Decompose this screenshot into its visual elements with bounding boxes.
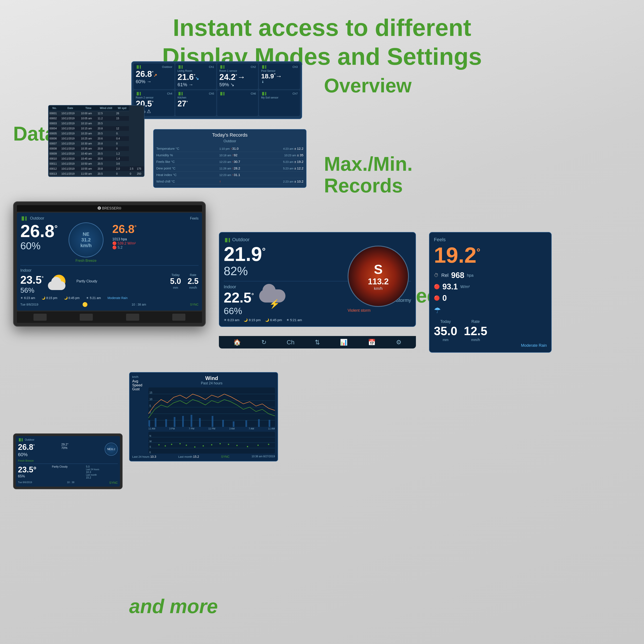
svg-text:E: E: [150, 451, 151, 454]
nav-home-icon[interactable]: 🏠: [233, 339, 241, 346]
svg-rect-17: [269, 420, 270, 427]
table-cell: 20.5: [97, 121, 115, 126]
hs-feels-temp: 26.8°: [112, 222, 199, 236]
table-cell: 11.2: [97, 116, 115, 121]
compass-direction: NE 31.2 km/h: [80, 231, 91, 248]
ov-outdoor: ▐▌▌ Outdoor 26.8°↗ 60% →: [134, 63, 174, 89]
feels-solar-row: 🔴 93.1 W/m²: [434, 282, 547, 291]
wind-time-labels: 11 AM3 PM7 PM11 PM3 AM7 AM11 AM: [148, 427, 275, 430]
hs-small-indoor: 23.5° 65% Partly Cloudy 5.0 Last 24 hour…: [18, 464, 118, 479]
hs-weather-icon: [48, 273, 70, 290]
device-btn-1[interactable]: [33, 314, 47, 321]
svg-rect-9: [182, 416, 184, 427]
nav-ch-icon[interactable]: Ch: [287, 339, 294, 346]
table-cell: 0.: [115, 131, 129, 136]
ov-ch6: ▐▌▌ Ch6: [217, 90, 258, 116]
hs-weather-desc: Partly Cloudy: [76, 279, 97, 283]
table-row: 0000510/11/201910:20 am20.50.: [49, 131, 144, 136]
table-row: 0000110/11/201910:00 am12.526: [49, 111, 144, 116]
hs-uv: 🔴 5.2: [112, 245, 199, 250]
hs-temps: 26.8° 60%: [20, 222, 60, 252]
nav-settings-icon[interactable]: ⚙: [396, 339, 401, 346]
svg-text:5: 5: [150, 404, 151, 407]
storm-wind-unit: km/h: [374, 286, 382, 291]
storm-indoor-temp: 22.5°: [224, 289, 254, 306]
storm-compass: S 113.2 km/h Violent storm: [348, 246, 409, 307]
device-btn-4[interactable]: [172, 314, 185, 321]
nav-calendar-icon[interactable]: 📅: [368, 339, 376, 346]
table-row: 0000210/11/201910:05 am11.215: [49, 116, 144, 121]
table-cell: 10:35 am: [80, 146, 97, 151]
device-screen: ▐▌▌ Outdoor Feels 26.8° 60% NE 3: [17, 213, 202, 311]
storm-direction: S: [374, 262, 383, 277]
table-cell: 10:30 am: [80, 141, 97, 146]
storm-sun-times: ☀ 6:23 am 🌙 8:15 pm 🌙 6:45 pm ☀ 5:21 am: [224, 318, 411, 322]
device-bottom-bar: [17, 311, 202, 323]
page-header: Instant access to different Display Mode…: [0, 0, 644, 80]
device-btn-3[interactable]: [126, 314, 139, 321]
overview-row-1: ▐▌▌ Outdoor 26.8°↗ 60% → ▐▌▌ Ch1 Living …: [134, 63, 300, 89]
homescreen-small: ▐▌▌ Outdoor 26.8° 60% 29.2° 70% NE31.2 F…: [13, 433, 123, 489]
hs-sync: SYNC: [190, 303, 199, 306]
headline-line1: Instant access to different: [173, 14, 471, 41]
nav-chart-icon[interactable]: 📊: [340, 339, 348, 346]
table-row: 0000310/11/201910:10 am20.5: [49, 121, 144, 126]
table-cell: 10/11/2019: [60, 161, 80, 166]
hs-indoor-label: Indoor: [20, 268, 44, 273]
table-row: 0000910/11/201910:40 am20.51.2: [49, 151, 144, 156]
svg-text:W: W: [150, 440, 152, 443]
maxmin-rows: Temperature °C 1:10 pm ↑31.0 4:23 am ± 1…: [156, 145, 303, 185]
svg-point-30: [165, 445, 166, 447]
svg-rect-15: [245, 420, 247, 427]
hs-small-outdoor-row: 26.8° 60% 29.2° 70% NE31.2: [18, 443, 118, 457]
svg-rect-8: [174, 417, 176, 427]
table-cell: 20.6: [97, 156, 115, 161]
svg-rect-10: [191, 415, 192, 427]
ov-ch5: ▐▌▌ Ch5 Kitchen 27°: [175, 90, 216, 116]
svg-point-41: [257, 445, 259, 446]
storm-screen: ▐▌▌ Outdoor 21.9° 82% S 113.2 km/h Viole…: [219, 232, 416, 327]
feels-rain-label: Moderate Rain: [434, 343, 547, 348]
ov-ch2-temp: 24.2°→: [219, 72, 256, 82]
homescreen-device: 🅑 BRESSER® ▐▌▌ Outdoor Feels 26.8° 60%: [13, 201, 206, 327]
svg-point-34: [194, 446, 195, 448]
table-cell: 10/11/2019: [60, 116, 80, 121]
wind-stat-row: Last 24 hours 10.3 Last month 15.2 SYNC …: [132, 455, 275, 458]
svg-rect-6: [155, 418, 157, 427]
ov-ch1-temp: 21.6°↘: [178, 72, 214, 82]
hs-indoor-hum: 56%: [20, 286, 44, 294]
table-row: 0000410/11/201910:15 am20.812: [49, 126, 144, 131]
storm-hum: 82%: [224, 264, 266, 278]
wind-sync: SYNC: [221, 455, 230, 458]
table-cell: 10/11/2019: [60, 146, 80, 151]
hs-outdoor-hum: 60%: [20, 240, 60, 252]
maxmin-subtitle: Outdoor: [156, 139, 303, 143]
feels-rain-icon-row: ☂: [434, 306, 547, 315]
storm-indoor-data: Indoor 22.5° 66%: [224, 284, 254, 316]
wind-screen: km/h AvgSpeedGust Wind Past 24 hours: [129, 372, 278, 461]
thunder-bolt-icon: ⚡: [269, 299, 280, 309]
table-cell: 1.4: [115, 156, 129, 161]
device-btn-2[interactable]: [80, 314, 93, 321]
hs-sun-times: ☀ 6:23 am 🌙 8:15 pm 🌙 6:45 pm ☀ 5:21 am …: [20, 296, 199, 300]
nav-refresh-icon[interactable]: ↻: [261, 339, 266, 346]
table-row: 0001210/11/201910:55 am20.82.02.5175: [49, 166, 144, 171]
table-row: 0001110/11/201910:50 am20.53.6: [49, 161, 144, 166]
svg-rect-5: [148, 420, 150, 427]
table-cell: 10/11/2019: [60, 141, 80, 146]
table-cell: 00001: [49, 111, 60, 116]
nav-transfer-icon[interactable]: ⇅: [315, 339, 320, 346]
table-row: 0000710/11/201910:30 am20.80: [49, 141, 144, 146]
feels-data: ⏱ Rel 968 hpa 🔴 93.1 W/m² 🔴 0: [434, 271, 547, 303]
compass-circle: NE 31.2 km/h: [69, 222, 104, 257]
table-cell: 1.2: [115, 151, 129, 156]
table-cell: 10/11/2019: [60, 121, 80, 126]
table-cell: 10:05 am: [80, 116, 97, 121]
overview-label: Overview: [324, 74, 412, 97]
table-cell: 00013: [49, 171, 60, 176]
svg-text:S: S: [150, 445, 151, 448]
svg-text:0: 0: [150, 411, 151, 414]
svg-text:15: 15: [150, 391, 152, 394]
ov-ch2: ▐▌▌ Ch2 Room 1 sensor 24.2°→ 59% ↘: [217, 63, 258, 89]
table-cell: 10/11/2019: [60, 171, 80, 176]
